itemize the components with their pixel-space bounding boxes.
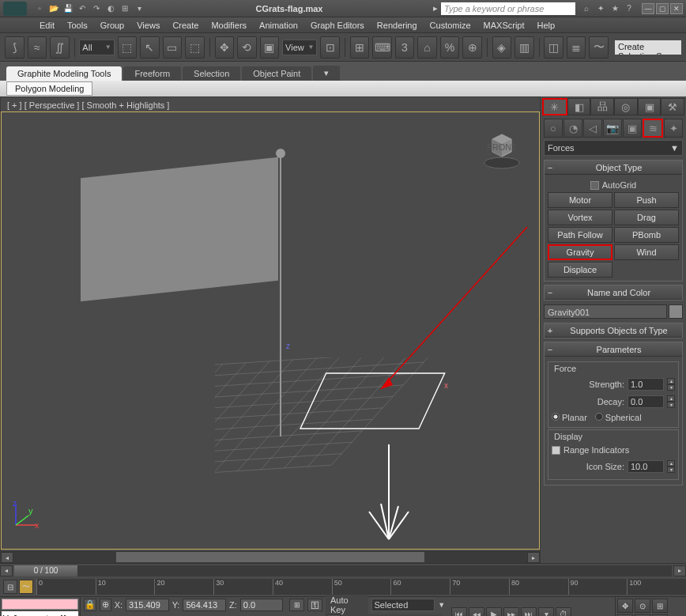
mirror-icon[interactable]: ▥ [514,36,534,59]
time-prev-icon[interactable]: ◂ [0,565,13,576]
select-link-icon[interactable]: ⟆ [5,36,24,59]
helpers-icon[interactable]: ▣ [623,119,642,138]
vortex-button[interactable]: Vortex [548,210,612,225]
pivot-icon[interactable]: ⊡ [320,36,340,59]
move-icon[interactable]: ✥ [215,36,235,59]
menu-edit[interactable]: Edit [40,21,55,30]
x-input[interactable]: 315.409 [126,599,169,611]
pole-top-mesh[interactable] [276,149,285,158]
goto-start-icon[interactable]: ⏮ [451,607,467,617]
push-button[interactable]: Push [614,192,679,208]
subtab-polygon-modeling[interactable]: Polygon Modeling [6,81,92,96]
time-config-icon[interactable]: ⏱ [556,607,571,617]
menu-customize[interactable]: Customize [430,21,471,30]
collapse-icon[interactable]: − [545,288,556,297]
angle-snap-icon[interactable]: ⌂ [417,36,437,59]
gravity-gizmo-icon[interactable] [341,444,436,563]
decay-spinner[interactable]: ▴▾ [667,395,675,408]
strength-input[interactable]: 1.0 [628,378,664,391]
named-selection-input[interactable]: Create Selection Se [615,40,681,55]
viewport-label[interactable]: [ + ] [ Perspective ] [ Smooth + Highlig… [7,100,169,110]
y-input[interactable]: 564.413 [183,599,226,611]
spinner-snap-icon[interactable]: ⊕ [462,36,482,59]
layers-icon[interactable]: ≣ [567,36,586,59]
key-mode-icon[interactable]: ▾ [538,607,554,617]
minimize-icon[interactable]: — [642,3,654,14]
script-mini-listener[interactable] [2,599,78,610]
lights-icon[interactable]: ◁ [583,119,602,138]
tab-objectpaint[interactable]: Object Paint [242,66,311,81]
unlink-icon[interactable]: ≈ [28,36,47,59]
key-mode-dropdown[interactable]: Selected [371,599,435,611]
time-next-icon[interactable]: ▸ [673,565,686,576]
icon-size-input[interactable]: 10.0 [628,460,664,473]
comm-center-icon[interactable]: ✦ [594,2,607,15]
time-ruler[interactable]: 0102030405060708090100 [36,579,686,595]
search-input[interactable]: Type a keyword or phrase [441,2,575,15]
time-slider[interactable]: ◂ 0 / 100 ▸ [0,563,686,577]
named-sel-icon[interactable]: ◈ [492,36,512,59]
viewport-hscroll[interactable]: ◂ ▸ [1,551,540,562]
menu-help[interactable]: Help [537,21,556,30]
category-dropdown[interactable]: Forces▼ [544,140,683,156]
collapse-icon[interactable]: − [545,163,556,172]
systems-icon[interactable]: ✦ [664,119,683,138]
menu-maxscript[interactable]: MAXScript [484,21,525,30]
utilities-panel-icon[interactable]: ⚒ [661,98,684,115]
select-rect-icon[interactable]: ▭ [163,36,183,59]
zoom-icon[interactable]: ⊙ [635,599,650,613]
planar-radio[interactable]: Planar [552,413,587,422]
bind-icon[interactable]: ∬ [50,36,70,59]
trackbar-toggle-icon[interactable]: ⊟ [3,580,17,594]
scroll-right-icon[interactable]: ▸ [527,552,540,563]
next-frame-icon[interactable]: ▸▸ [503,607,519,617]
play-icon[interactable]: ▶ [486,607,502,617]
script-output[interactable]: Welcome to M [2,611,78,616]
selection-filter-dropdown[interactable]: All▼ [79,40,114,55]
help-search-icon[interactable]: ⌕ [580,2,593,15]
goto-end-icon[interactable]: ⏭ [521,607,537,617]
isolate-icon[interactable]: ⊕ [100,599,111,611]
motor-button[interactable]: Motor [548,192,612,208]
tab-freeform[interactable]: Freeform [123,66,181,81]
modify-panel-icon[interactable]: ◧ [567,98,591,115]
pathfollow-button[interactable]: Path Follow [548,227,612,243]
object-name-input[interactable]: Gravity001 [544,304,667,319]
arrow-icon[interactable]: ▸ [433,3,438,13]
hierarchy-panel-icon[interactable]: 品 [590,98,614,115]
wind-button[interactable]: Wind [614,244,679,260]
select-name-icon[interactable]: ↖ [140,36,160,59]
zoom-all-icon[interactable]: ⊞ [652,599,668,613]
undo-icon[interactable]: ↶ [76,2,89,15]
scroll-left-icon[interactable]: ◂ [1,552,13,563]
menu-group[interactable]: Group [100,21,125,30]
maximize-icon[interactable]: ▢ [656,3,669,14]
display-panel-icon[interactable]: ▣ [638,98,662,115]
keyboard-icon[interactable]: ⌨ [372,36,392,59]
collapse-icon[interactable]: − [545,345,556,354]
shapes-icon[interactable]: ◔ [564,119,582,138]
align-icon[interactable]: ◫ [544,36,564,59]
pbomb-button[interactable]: PBomb [614,227,679,243]
z-input[interactable]: 0.0 [240,599,284,611]
percent-snap-icon[interactable]: % [440,36,460,59]
select-object-icon[interactable]: ⬚ [118,36,138,59]
icon-size-spinner[interactable]: ▴▾ [667,460,675,473]
trackbar-curve-icon[interactable]: 〜 [19,580,33,594]
axis-gizmo-icon[interactable]: x z y [11,501,40,530]
time-thumb[interactable]: 0 / 100 [14,565,77,576]
window-cross-icon[interactable]: ⬚ [185,36,205,59]
displace-button[interactable]: Displace [548,262,612,278]
strength-spinner[interactable]: ▴▾ [667,378,675,391]
menu-views[interactable]: Views [137,21,160,30]
menu-create[interactable]: Create [172,21,198,30]
favorites-icon[interactable]: ★ [609,2,621,15]
motion-panel-icon[interactable]: ◎ [614,98,638,115]
gravity-button[interactable]: Gravity [548,244,612,260]
menu-rendering[interactable]: Rendering [377,21,417,30]
grid-icon[interactable]: ⊞ [289,599,304,611]
autogrid-checkbox[interactable] [590,181,599,190]
spacewarps-icon[interactable]: ≋ [643,119,663,138]
object-color-swatch[interactable] [669,304,683,319]
scale-icon[interactable]: ▣ [260,36,280,59]
